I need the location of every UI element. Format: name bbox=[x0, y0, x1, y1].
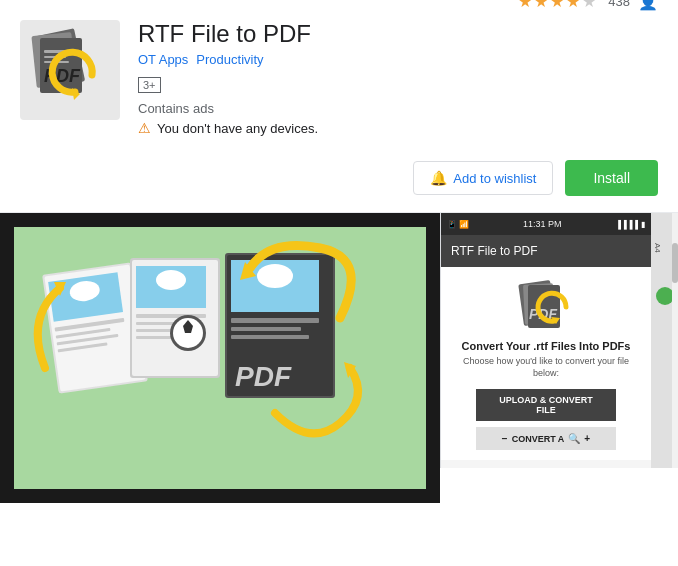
svg-point-20 bbox=[156, 270, 186, 290]
phone-content: PDF Convert Your .rtf Files Into PDFs Ch… bbox=[441, 267, 651, 460]
wishlist-label: Add to wishlist bbox=[453, 171, 536, 186]
phone-subtext: Choose how you'd like to convert your fi… bbox=[451, 356, 641, 379]
zoom-minus-icon: − bbox=[502, 433, 508, 444]
zoom-plus-icon: + bbox=[584, 433, 590, 444]
phone-frame: 📱📶 11:31 PM ▐▐▐▐ ▮ RTF File to PDF bbox=[441, 213, 651, 468]
phone-pdf-icon: PDF bbox=[516, 277, 576, 332]
status-icons-left: 📱📶 bbox=[447, 220, 469, 229]
contains-ads: Contains ads bbox=[138, 101, 658, 116]
age-badge: 3+ bbox=[138, 77, 161, 93]
star-5: ★ bbox=[582, 0, 596, 11]
status-icons-right: ▐▐▐▐ ▮ bbox=[615, 220, 645, 229]
svg-rect-33 bbox=[231, 327, 301, 331]
star-1: ★ bbox=[518, 0, 532, 11]
app-icon: PDF bbox=[20, 20, 120, 120]
warning-row: ⚠ You don't have any devices. bbox=[138, 120, 658, 136]
phone-status-bar: 📱📶 11:31 PM ▐▐▐▐ ▮ bbox=[441, 213, 651, 235]
svg-rect-32 bbox=[231, 318, 319, 323]
warning-icon: ⚠ bbox=[138, 120, 151, 136]
convert-label: CONVERT A bbox=[512, 434, 565, 444]
screenshot-phone[interactable]: 📱📶 11:31 PM ▐▐▐▐ ▮ RTF File to PDF bbox=[440, 213, 650, 468]
zoom-icon: 🔍 bbox=[568, 433, 580, 444]
convert-button[interactable]: − CONVERT A 🔍 + bbox=[476, 427, 616, 450]
star-2: ★ bbox=[534, 0, 548, 11]
app-meta-right: ★ ★ ★ ★ ★ 438 👤 bbox=[518, 0, 658, 11]
app-info: ★ ★ ★ ★ ★ 438 👤 RTF File to PDF OT Apps … bbox=[138, 20, 658, 136]
action-row: 🔔 Add to wishlist Install bbox=[0, 152, 678, 212]
star-3: ★ bbox=[550, 0, 564, 11]
star-4: ★ bbox=[566, 0, 580, 11]
screenshots-section: PDF 📱📶 11 bbox=[0, 212, 678, 502]
phone-app-bar: RTF File to PDF bbox=[441, 235, 651, 267]
warning-text: You don't have any devices. bbox=[157, 121, 318, 136]
svg-point-31 bbox=[257, 264, 293, 288]
app-header: PDF ★ ★ ★ ★ ★ 438 👤 RTF File to PDF O bbox=[0, 0, 678, 152]
star-rating: ★ ★ ★ ★ ★ bbox=[518, 0, 596, 11]
author-link[interactable]: OT Apps bbox=[138, 52, 188, 67]
category-link[interactable]: Productivity bbox=[196, 52, 263, 67]
bookmark-icon: 🔔 bbox=[430, 170, 447, 186]
person-icon: 👤 bbox=[638, 0, 658, 11]
svg-text:PDF: PDF bbox=[235, 361, 292, 392]
phone-heading: Convert Your .rtf Files Into PDFs bbox=[462, 340, 631, 352]
svg-rect-34 bbox=[231, 335, 309, 339]
rating-count: 438 bbox=[608, 0, 630, 9]
install-button[interactable]: Install bbox=[565, 160, 658, 196]
app-title: RTF File to PDF bbox=[138, 20, 658, 48]
upload-convert-button[interactable]: UPLOAD & CONVERT FILE bbox=[476, 389, 616, 421]
screenshot-main-inner: PDF bbox=[14, 227, 426, 489]
scroll-thumb[interactable] bbox=[672, 243, 678, 283]
screenshot-main[interactable]: PDF bbox=[0, 213, 440, 503]
scroll-track[interactable] bbox=[672, 213, 678, 468]
app-authors: OT Apps Productivity bbox=[138, 52, 658, 67]
wishlist-button[interactable]: 🔔 Add to wishlist bbox=[413, 161, 553, 195]
screenshots-wrapper: 📱📶 11:31 PM ▐▐▐▐ ▮ RTF File to PDF bbox=[440, 213, 678, 502]
phone-app-bar-title: RTF File to PDF bbox=[451, 244, 537, 258]
status-time: 11:31 PM bbox=[523, 219, 562, 229]
